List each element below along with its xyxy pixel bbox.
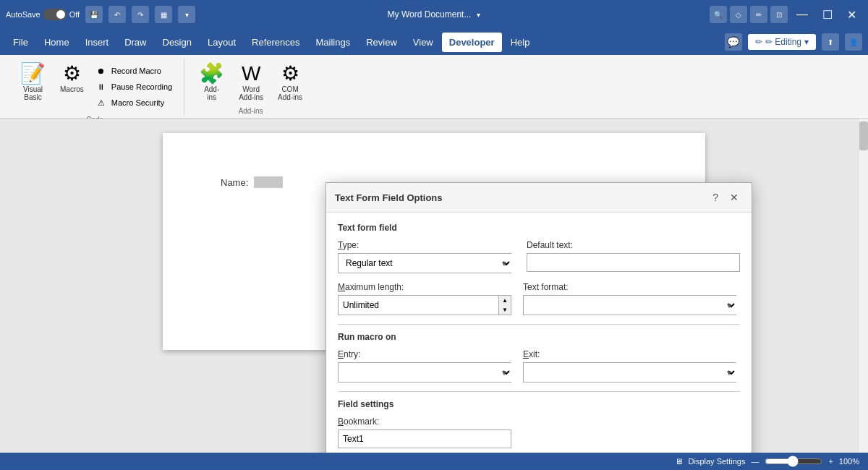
- maxlength-spinner[interactable]: ▲ ▼: [338, 295, 511, 315]
- dialog-titlebar: Text Form Field Options ? ✕: [326, 183, 752, 213]
- ribbon-group-addins: 🧩 Add-ins W WordAdd-ins ⚙ COMAdd-ins Add…: [184, 58, 317, 115]
- security-icon: ⚠: [95, 97, 107, 108]
- textformat-select-wrapper[interactable]: Uppercase Lowercase First capital Title …: [523, 295, 736, 315]
- menu-design[interactable]: Design: [156, 33, 199, 52]
- dialog-close-button[interactable]: ✕: [726, 190, 743, 205]
- word-add-ins-button[interactable]: W WordAdd-ins: [233, 61, 269, 104]
- comment-icon[interactable]: 💬: [725, 33, 742, 51]
- table-icon[interactable]: ▦: [155, 6, 172, 23]
- exit-label: Exit:: [523, 349, 740, 359]
- dialog-help-button[interactable]: ?: [708, 190, 723, 205]
- document-title: My Word Document...: [388, 9, 472, 20]
- zoom-in-icon[interactable]: +: [828, 457, 833, 466]
- share-icon[interactable]: ⬆: [822, 33, 839, 51]
- edit-icon: ✏: [755, 37, 762, 47]
- entry-col: Entry: ▼: [338, 349, 511, 383]
- type-default-row: Type: Regular text Number Date Current d…: [338, 240, 740, 273]
- autosave-toggle[interactable]: [43, 9, 67, 20]
- scrollbar[interactable]: [858, 119, 868, 453]
- macro-security-label: Macro Security: [111, 98, 164, 107]
- title-chevron-icon[interactable]: ▾: [477, 11, 480, 19]
- macros-button[interactable]: ⚙ Macros: [54, 61, 90, 96]
- spinner-up-button[interactable]: ▲: [499, 296, 511, 305]
- entry-select[interactable]: [339, 363, 512, 382]
- close-button[interactable]: ✕: [841, 5, 862, 25]
- maxlength-format-row: Maximum length: ▲ ▼ Text format:: [338, 282, 740, 315]
- type-select-wrapper[interactable]: Regular text Number Date Current date Cu…: [338, 253, 511, 273]
- maxlength-col: Maximum length: ▲ ▼: [338, 282, 511, 315]
- spinner-down-button[interactable]: ▼: [499, 305, 511, 315]
- menu-developer[interactable]: Developer: [442, 33, 502, 52]
- menu-home[interactable]: Home: [37, 33, 77, 52]
- display-settings-label[interactable]: Display Settings: [689, 457, 746, 466]
- editing-button[interactable]: ✏ ✏ Editing ▾: [748, 34, 816, 50]
- exit-select[interactable]: [524, 363, 737, 382]
- autosave-control[interactable]: AutoSave Off: [6, 9, 80, 20]
- dialog-controls: ? ✕: [708, 190, 743, 205]
- textformat-select[interactable]: Uppercase Lowercase First capital Title …: [524, 296, 737, 315]
- menu-review[interactable]: Review: [359, 33, 404, 52]
- visual-basic-button[interactable]: 📝 VisualBasic: [14, 61, 51, 104]
- autosave-label: AutoSave: [6, 10, 41, 19]
- default-text-label: Default text:: [527, 240, 740, 250]
- bookmark-label: Bookmark:: [338, 416, 740, 427]
- edit-chevron: ▾: [804, 37, 809, 47]
- textformat-label: Text format:: [523, 282, 740, 292]
- menu-draw[interactable]: Draw: [117, 33, 153, 52]
- entry-select-wrapper[interactable]: ▼: [338, 362, 511, 383]
- menu-mailings[interactable]: Mailings: [309, 33, 358, 52]
- search-icon[interactable]: 🔍: [710, 6, 727, 23]
- form-field-input[interactable]: [254, 176, 283, 188]
- com-icon: ⚙: [281, 64, 299, 84]
- com-add-ins-button[interactable]: ⚙ COMAdd-ins: [272, 61, 308, 104]
- menu-view[interactable]: View: [406, 33, 441, 52]
- toggle-knob: [56, 10, 65, 19]
- entry-label: Entry:: [338, 349, 511, 359]
- undo-icon[interactable]: ↶: [109, 6, 126, 23]
- record-macro-item[interactable]: ⏺ Record Macro: [93, 64, 175, 78]
- zoom-out-icon[interactable]: —: [751, 457, 759, 466]
- menubar: File Home Insert Draw Design Layout Refe…: [0, 29, 868, 55]
- customize-icon[interactable]: ▾: [178, 6, 195, 23]
- maxlength-label: Maximum length:: [338, 282, 511, 292]
- scrollbar-thumb: [859, 121, 868, 150]
- word-icon: W: [242, 64, 260, 84]
- bookmark-input[interactable]: [338, 430, 511, 448]
- pen-icon[interactable]: ✏: [750, 6, 767, 23]
- macro-security-item[interactable]: ⚠ Macro Security: [93, 95, 175, 110]
- maxlength-input[interactable]: [339, 296, 498, 315]
- text-form-field-dialog: Text Form Field Options ? ✕ Text form fi…: [326, 182, 752, 453]
- divider-1: [338, 324, 740, 325]
- display-settings-icon: 🖥: [675, 457, 683, 466]
- dialog-title: Text Form Field Options: [335, 192, 443, 203]
- default-text-col: Default text:: [527, 240, 740, 273]
- menu-layout[interactable]: Layout: [200, 33, 243, 52]
- minimize-button[interactable]: —: [791, 5, 814, 24]
- macros-icon: ⚙: [63, 64, 81, 84]
- zoom-slider[interactable]: [765, 456, 822, 467]
- menu-references[interactable]: References: [244, 33, 307, 52]
- save-icon[interactable]: 💾: [85, 6, 103, 23]
- pause-recording-item[interactable]: ⏸ Pause Recording: [93, 80, 175, 94]
- exit-select-wrapper[interactable]: ▼: [523, 362, 736, 383]
- profile-icon[interactable]: 👤: [845, 33, 862, 51]
- zoom-level: 100%: [839, 457, 859, 466]
- diamond-icon[interactable]: ◇: [730, 6, 747, 23]
- default-text-input[interactable]: [527, 253, 740, 272]
- menu-insert[interactable]: Insert: [78, 33, 116, 52]
- restore-icon[interactable]: ⊡: [770, 6, 788, 23]
- menu-help[interactable]: Help: [503, 33, 537, 52]
- edit-label: ✏ Editing: [765, 37, 801, 47]
- menu-file[interactable]: File: [6, 33, 35, 52]
- add-ins-button[interactable]: 🧩 Add-ins: [193, 61, 230, 104]
- section-field-settings: Field settings: [338, 399, 740, 409]
- maximize-button[interactable]: ☐: [817, 5, 838, 25]
- menubar-right: 💬 ✏ ✏ Editing ▾ ⬆ 👤: [725, 33, 862, 51]
- dialog-body: Text form field Type: Regular text Numbe…: [326, 213, 752, 453]
- redo-icon[interactable]: ↷: [132, 6, 149, 23]
- type-select[interactable]: Regular text Number Date Current date Cu…: [339, 254, 512, 273]
- statusbar: 🖥 Display Settings — + 100%: [0, 453, 868, 470]
- record-icon: ⏺: [95, 65, 107, 77]
- ribbon-group-code: 📝 VisualBasic ⚙ Macros ⏺ Record Macro ⏸ …: [6, 58, 184, 115]
- titlebar-right: 🔍 ◇ ✏ ⊡ — ☐ ✕: [710, 5, 862, 25]
